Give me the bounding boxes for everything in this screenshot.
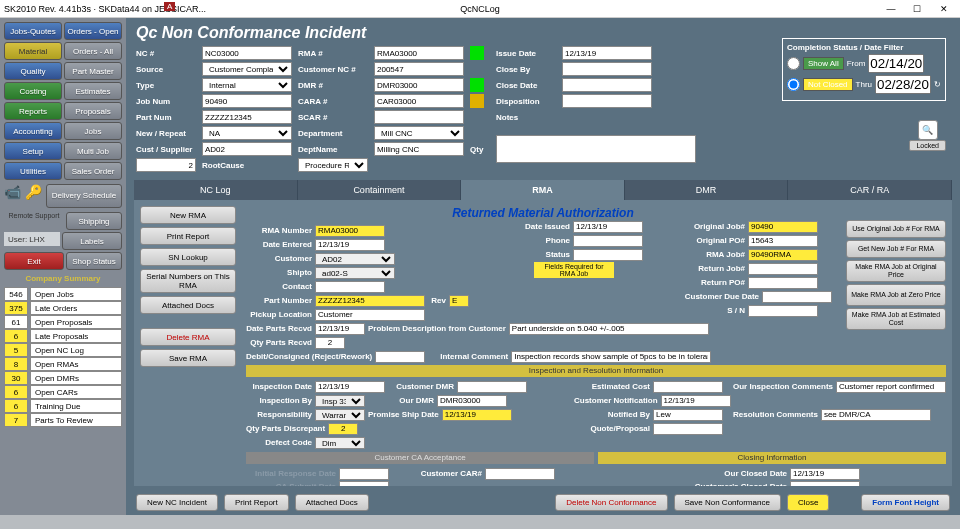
tab-containment[interactable]: Containment: [298, 180, 462, 200]
nav-orders-open[interactable]: Orders - Open: [64, 22, 122, 40]
summary-link[interactable]: Parts To Review: [30, 413, 122, 427]
close-button[interactable]: Close: [787, 494, 829, 511]
nav-accounting[interactable]: Accounting: [4, 122, 62, 140]
refresh-icon[interactable]: ↻: [934, 80, 941, 89]
make-orig-price-button[interactable]: Make RMA Job at Original Price: [846, 260, 946, 282]
nav-utilities[interactable]: Utilities: [4, 162, 62, 180]
nav-shop-status[interactable]: Shop Status: [66, 252, 122, 270]
summary-link[interactable]: Late Proposals: [30, 329, 122, 343]
rescom-input[interactable]: [821, 409, 931, 421]
attached-docs-button[interactable]: Attached Docs: [140, 296, 236, 314]
save-nc-button[interactable]: Save Non Conformance: [674, 494, 781, 511]
closedate-input[interactable]: [562, 78, 652, 92]
showall-btn[interactable]: Show All: [803, 57, 844, 70]
footer-docs-button[interactable]: Attached Docs: [295, 494, 369, 511]
delete-nc-button[interactable]: Delete Non Conformance: [555, 494, 667, 511]
issue-date-input[interactable]: [562, 46, 652, 60]
save-rma-button[interactable]: Save RMA: [140, 349, 236, 367]
summary-link[interactable]: Late Orders: [30, 301, 122, 315]
nav-jobs[interactable]: Jobs: [64, 122, 122, 140]
new-nc-button[interactable]: New NC Incident: [136, 494, 218, 511]
print-report-button[interactable]: Print Report: [140, 227, 236, 245]
dateent-input[interactable]: [315, 239, 385, 251]
summary-link[interactable]: Training Due: [30, 399, 122, 413]
tab-dmr[interactable]: DMR: [625, 180, 789, 200]
thru-date[interactable]: [875, 75, 931, 94]
summary-link[interactable]: Open Jobs: [30, 287, 122, 301]
rev-input[interactable]: [449, 295, 469, 307]
retpo-input[interactable]: [748, 277, 818, 289]
make-zero-price-button[interactable]: Make RMA Job at Zero Price: [846, 284, 946, 306]
tab-car[interactable]: CAR / RA: [788, 180, 952, 200]
qty-input[interactable]: [136, 158, 196, 172]
serial-numbers-button[interactable]: Serial Numbers on This RMA: [140, 269, 236, 293]
casubmit-input[interactable]: [339, 481, 389, 487]
shipto-select[interactable]: ad02-S: [315, 267, 395, 279]
estcost-input[interactable]: [653, 381, 723, 393]
dept-select[interactable]: Mill CNC: [374, 126, 464, 140]
nav-shipping[interactable]: Shipping: [66, 212, 122, 230]
contact-input[interactable]: [315, 281, 385, 293]
footer-print-button[interactable]: Print Report: [224, 494, 289, 511]
rmanum-input[interactable]: [315, 225, 385, 237]
nav-quality[interactable]: Quality: [4, 62, 62, 80]
defect-select[interactable]: Dim: [315, 437, 365, 449]
custnc-input[interactable]: [374, 62, 464, 76]
delete-rma-button[interactable]: Delete RMA: [140, 328, 236, 346]
summary-link[interactable]: Open DMRs: [30, 371, 122, 385]
nav-proposals[interactable]: Proposals: [64, 102, 122, 120]
nav-reports[interactable]: Reports: [4, 102, 62, 120]
font-height-button[interactable]: Form Font Height: [861, 494, 950, 511]
custdue-input[interactable]: [762, 291, 832, 303]
internal-input[interactable]: [511, 351, 711, 363]
sn-input[interactable]: [748, 305, 818, 317]
exit-button[interactable]: Exit: [4, 252, 64, 270]
ourinsp-input[interactable]: [836, 381, 946, 393]
cust-input[interactable]: [202, 142, 292, 156]
scar-input[interactable]: [374, 110, 464, 124]
origjob-input[interactable]: [748, 221, 818, 233]
showall-radio[interactable]: [787, 57, 800, 70]
retjob-input[interactable]: [748, 263, 818, 275]
custclosed-input[interactable]: [790, 481, 860, 487]
nav-multi-job[interactable]: Multi Job: [64, 142, 122, 160]
custcar-input[interactable]: [485, 468, 555, 480]
sn-lookup-button[interactable]: SN Lookup: [140, 248, 236, 266]
qtydisc-input[interactable]: [328, 423, 358, 435]
summary-link[interactable]: Open RMAs: [30, 357, 122, 371]
get-new-job-button[interactable]: Get New Job # For RMA: [846, 240, 946, 258]
lock-button[interactable]: 🔍 Locked: [909, 120, 946, 151]
dateiss-input[interactable]: [573, 221, 643, 233]
nc-input[interactable]: [202, 46, 292, 60]
ourclosed-input[interactable]: [790, 468, 860, 480]
problem-input[interactable]: [509, 323, 709, 335]
phone-input[interactable]: [573, 235, 643, 247]
nav-estimates[interactable]: Estimates: [64, 82, 122, 100]
qp-input[interactable]: [653, 423, 723, 435]
disp-input[interactable]: [562, 94, 652, 108]
inspby-select[interactable]: Insp 33: [315, 395, 365, 407]
custdmr-input[interactable]: [457, 381, 527, 393]
qtyrecv-input[interactable]: [315, 337, 345, 349]
summary-link[interactable]: Open NC Log: [30, 343, 122, 357]
source-select[interactable]: Customer Complai: [202, 62, 292, 76]
closeby-input[interactable]: [562, 62, 652, 76]
nav-delivery-schedule[interactable]: Delivery Schedule: [46, 184, 122, 208]
nav-sales-order[interactable]: Sales Order: [64, 162, 122, 180]
rma-input[interactable]: [374, 46, 464, 60]
tab-nclog[interactable]: NC Log: [134, 180, 298, 200]
pickup-input[interactable]: [315, 309, 425, 321]
initresp-input[interactable]: [339, 468, 389, 480]
custnotif-input[interactable]: [661, 395, 731, 407]
notes-text[interactable]: Customer returned 2 pcs claiming discrep…: [496, 135, 696, 163]
nav-orders-all[interactable]: Orders - All: [64, 42, 122, 60]
maximize-button[interactable]: ☐: [905, 4, 929, 14]
debit-input[interactable]: [375, 351, 425, 363]
close-window-button[interactable]: ✕: [932, 4, 956, 14]
customer-select[interactable]: AD02: [315, 253, 395, 265]
key-icon[interactable]: 🔑: [25, 184, 42, 208]
deptname-input[interactable]: [374, 142, 464, 156]
promise-input[interactable]: [442, 409, 512, 421]
ourdmr-input[interactable]: [437, 395, 507, 407]
summary-link[interactable]: Open Proposals: [30, 315, 122, 329]
